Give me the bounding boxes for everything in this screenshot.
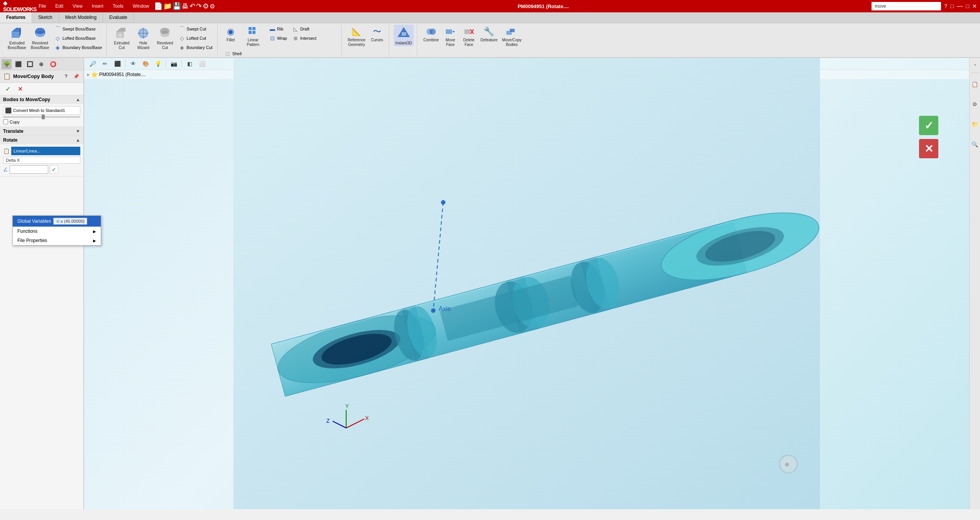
minimize-icon[interactable]: ― <box>957 3 963 10</box>
slider-handle[interactable] <box>42 115 45 119</box>
linear-pattern-button[interactable]: Linear Pattern <box>241 25 266 48</box>
expand-icon[interactable]: □ <box>950 3 953 9</box>
tab-features[interactable]: Features <box>0 12 32 23</box>
open-icon[interactable]: 📁 <box>163 2 172 10</box>
features-small-col2: ▬ Rib ⊡ Wrap <box>267 25 289 42</box>
ribbon-group-direct: Combine MoveFace DeleteFace 🔧 Defeature <box>419 25 526 56</box>
shell-label: Shell <box>232 51 242 56</box>
swept-boss-base-button[interactable]: ⌒ Swept Boss/Base <box>52 25 104 33</box>
draft-label: Draft <box>300 27 310 31</box>
defeature-button[interactable]: 🔧 Defeature <box>479 25 499 43</box>
panel-help-button[interactable]: ? <box>62 72 70 81</box>
combine-icon <box>425 25 437 38</box>
menu-edit[interactable]: Edit <box>54 3 65 10</box>
boundary-cut-button[interactable]: ◈ Boundary Cut <box>176 43 214 52</box>
features-items: ◉ Fillet Linear Pattern ▬ Rib ⊡ Wrap <box>222 25 338 58</box>
angle-confirm-button[interactable]: ✓ <box>50 165 58 174</box>
svg-point-21 <box>430 29 436 35</box>
bodies-section-header[interactable]: Bodies to Move/Copy ▲ <box>0 95 83 104</box>
menu-view[interactable]: View <box>71 3 84 10</box>
revolved-cut-button[interactable]: RevolvedCut <box>155 25 175 51</box>
viewport-confirm-button[interactable]: ✓ <box>919 116 938 135</box>
lofted-cut-icon: ◇ <box>178 34 186 42</box>
ok-button[interactable]: ✓ <box>3 84 12 93</box>
move-face-button[interactable]: MoveFace <box>442 25 459 48</box>
rotate-section-header[interactable]: Rotate ▲ <box>0 136 83 144</box>
undo-icon[interactable]: ↶ <box>190 2 195 10</box>
rp-task3-button[interactable]: 📁 <box>970 115 980 134</box>
move-copy-bodies-button[interactable]: Move/CopyBodies <box>501 25 523 48</box>
print-icon[interactable]: 🖶 <box>182 2 189 10</box>
close-icon[interactable]: ✕ <box>972 3 977 9</box>
extruded-cut-button[interactable]: ExtrudedCut <box>112 25 132 51</box>
panel-pin-button[interactable]: 📌 <box>72 72 80 81</box>
curves-label: Curves <box>371 38 383 42</box>
file-properties-item[interactable]: File Properties ▶ <box>13 236 101 245</box>
translate-section-header[interactable]: Translate ▼ <box>0 127 83 136</box>
rp-task4-button[interactable]: 🔍 <box>970 135 980 154</box>
search-input[interactable] <box>872 2 941 10</box>
rp-task2-button[interactable]: ⚙ <box>970 95 980 114</box>
tab-mesh-modeling[interactable]: Mesh Modeling <box>59 12 103 23</box>
fm-tree-icon[interactable]: 🌳 <box>2 59 12 69</box>
intersect-button[interactable]: ⊗ Intersect <box>290 34 318 42</box>
help-icon[interactable]: ? <box>944 3 947 9</box>
rp-appearances-button[interactable]: ▪ <box>970 59 980 71</box>
tab-sketch[interactable]: Sketch <box>32 12 59 23</box>
redo-icon[interactable]: ↷ <box>196 2 202 10</box>
intersect-label: Intersect <box>300 36 317 41</box>
curves-button[interactable]: 〜 Curves <box>369 25 386 43</box>
revolved-boss-base-button[interactable]: RevolvedBoss/Base <box>29 25 51 51</box>
functions-item[interactable]: Functions ▶ <box>13 227 101 236</box>
rib-icon: ▬ <box>269 25 276 33</box>
menu-insert[interactable]: Insert <box>90 3 105 10</box>
svg-point-13 <box>160 28 169 34</box>
menu-file[interactable]: File <box>37 3 47 10</box>
rebuild-icon[interactable]: ⚙ <box>203 2 209 10</box>
extruded-cut-label: ExtrudedCut <box>114 41 129 50</box>
save-icon[interactable]: 💾 <box>173 2 181 10</box>
global-variables-item[interactable]: Global Variables ⊕ x (45.00000) <box>13 216 101 227</box>
functions-arrow-icon: ▶ <box>93 229 96 234</box>
delete-face-label: DeleteFace <box>463 38 474 47</box>
svg-point-4 <box>36 28 45 34</box>
delete-face-button[interactable]: DeleteFace <box>460 25 477 48</box>
new-icon[interactable]: 📄 <box>154 2 162 10</box>
reference-geometry-button[interactable]: 📐 ReferenceGeometry <box>346 25 367 48</box>
options-icon[interactable]: ⚙ <box>210 3 215 10</box>
rp-task1-button[interactable]: 📋 <box>970 75 980 94</box>
rotate-input[interactable] <box>11 147 80 155</box>
combine-button[interactable]: Combine <box>422 25 440 43</box>
lofted-boss-base-button[interactable]: ◇ Lofted Boss/Base <box>52 34 104 42</box>
instant3d-button[interactable]: 3D Instant3D <box>394 25 414 46</box>
fm-property-icon[interactable]: ⬛ <box>13 59 23 69</box>
extruded-boss-base-button[interactable]: ExtrudedBoss/Base <box>6 25 28 51</box>
restore-icon[interactable]: □ <box>966 3 969 9</box>
viewport-cancel-button[interactable]: ✕ <box>919 139 938 158</box>
cancel-button[interactable]: ✕ <box>15 84 25 93</box>
angle-input[interactable] <box>10 165 48 174</box>
menu-tools[interactable]: Tools <box>111 3 125 10</box>
menu-window[interactable]: Window <box>131 3 151 10</box>
shell-button[interactable]: □ Shell <box>222 49 245 58</box>
rib-button[interactable]: ▬ Rib <box>267 25 289 33</box>
tab-evaluate[interactable]: Evaluate <box>103 12 134 23</box>
wrap-button[interactable]: ⊡ Wrap <box>267 34 289 42</box>
boundary-boss-base-button[interactable]: ◈ Boundary Boss/Base <box>52 43 104 52</box>
fm-display-icon[interactable]: ⭕ <box>48 59 58 69</box>
left-panel: 🌳 ⬛ 🔲 ⊕ ⭕ 📋 Move/Copy Body ? 📌 ✓ ✕ Bodie… <box>0 58 84 509</box>
fillet-button[interactable]: ◉ Fillet <box>222 25 239 43</box>
swept-cut-button[interactable]: ⌒ Swept Cut <box>176 25 214 33</box>
viewport-3d-canvas[interactable]: Axis X Y Z ⊕ <box>84 58 969 509</box>
ribbon-group-reference: 📐 ReferenceGeometry 〜 Curves <box>343 25 389 56</box>
delta-tooltip: Delta X <box>3 157 80 164</box>
draft-button[interactable]: ◺ Draft <box>290 25 318 33</box>
right-panel: ▪ 📋 ⚙ 📁 🔍 <box>969 58 980 509</box>
lofted-cut-button[interactable]: ◇ Lofted Cut <box>176 34 214 42</box>
hole-wizard-button[interactable]: HoleWizard <box>133 25 153 51</box>
fm-addins-icon[interactable]: ⊕ <box>36 59 46 69</box>
move-face-icon <box>444 25 457 38</box>
fm-config-icon[interactable]: 🔲 <box>25 59 35 69</box>
copy-checkbox[interactable] <box>3 119 8 124</box>
ribbon-group-boss-base: ExtrudedBoss/Base RevolvedBoss/Base ⌒ Sw… <box>3 25 107 56</box>
